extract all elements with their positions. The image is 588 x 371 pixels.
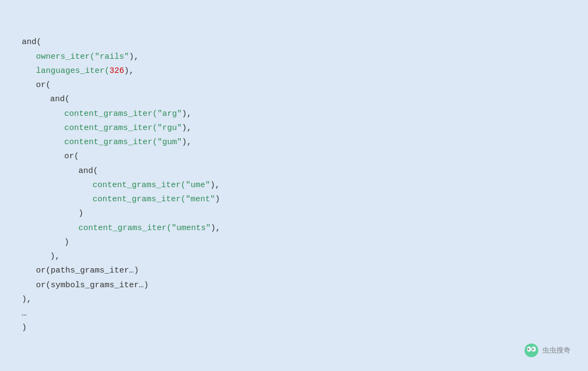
- code-line: and(: [22, 35, 566, 50]
- string-literal: "ume": [186, 181, 210, 190]
- svg-point-3: [528, 349, 529, 350]
- code-line: content_grams_iter("uments"),: [22, 221, 566, 236]
- string-literal: "rails": [95, 52, 129, 61]
- code-line: ): [22, 207, 566, 221]
- function-name: content_grams_iter(: [64, 138, 157, 147]
- code-line: content_grams_iter("arg"),: [22, 107, 566, 121]
- string-literal: "gum": [157, 138, 182, 147]
- plain-text: and(: [78, 166, 98, 176]
- plain-text: ): [78, 209, 83, 218]
- plain-text: ),: [211, 224, 220, 233]
- code-line: or(symbols_grams_iter…): [22, 279, 566, 293]
- string-literal: "rgu": [157, 123, 182, 133]
- code-line: ): [22, 321, 566, 335]
- plain-text: ),: [182, 123, 192, 133]
- code-line: content_grams_iter("gum"),: [22, 135, 566, 150]
- code-line: ),: [22, 293, 566, 307]
- watermark-text: 虫虫搜奇: [542, 345, 571, 355]
- code-line: or(: [22, 150, 566, 164]
- function-name: content_grams_iter(: [93, 181, 186, 190]
- code-line: or(: [22, 78, 566, 92]
- plain-text: and(: [22, 38, 41, 47]
- svg-point-2: [531, 347, 536, 352]
- code-line: or(paths_grams_iter…): [22, 264, 566, 278]
- number-literal: 326: [109, 66, 124, 76]
- code-line: owners_iter("rails"),: [22, 50, 566, 64]
- plain-text: ),: [22, 295, 32, 304]
- plain-text: ): [64, 238, 69, 247]
- svg-point-0: [524, 343, 538, 357]
- code-line: content_grams_iter("ume"),: [22, 178, 566, 193]
- plain-text: ): [22, 323, 27, 332]
- plain-text: or(paths_grams_iter…): [36, 266, 139, 275]
- watermark-icon: [524, 343, 539, 358]
- code-line: ): [22, 236, 566, 250]
- function-name: content_grams_iter(: [78, 224, 171, 233]
- plain-text: or(: [36, 81, 51, 90]
- code-line: and(: [22, 92, 566, 107]
- function-name: languages_iter(: [36, 66, 109, 76]
- plain-text: ),: [129, 52, 139, 61]
- plain-text: or(symbols_grams_iter…): [36, 281, 149, 290]
- code-line: …: [22, 307, 566, 321]
- svg-point-4: [532, 349, 534, 350]
- plain-text: ),: [210, 181, 220, 190]
- code-line: content_grams_iter("ment"): [22, 193, 566, 207]
- plain-text: ),: [182, 109, 192, 119]
- code-line: and(: [22, 164, 566, 178]
- plain-text: ),: [50, 252, 60, 261]
- function-name: content_grams_iter(: [93, 195, 186, 204]
- plain-text: ): [215, 195, 220, 204]
- function-name: owners_iter(: [36, 52, 95, 61]
- function-name: content_grams_iter(: [64, 123, 157, 133]
- function-name: content_grams_iter(: [64, 109, 157, 119]
- string-literal: "arg": [157, 109, 182, 119]
- code-line: ),: [22, 250, 566, 264]
- string-literal: "uments": [171, 224, 211, 233]
- main-container: and(owners_iter("rails"),languages_iter(…: [0, 0, 588, 371]
- string-literal: "ment": [186, 195, 215, 204]
- code-line: content_grams_iter("rgu"),: [22, 121, 566, 135]
- plain-text: ),: [124, 66, 134, 76]
- plain-text: and(: [50, 95, 70, 104]
- code-line: languages_iter(326),: [22, 64, 566, 78]
- plain-text: or(: [64, 152, 79, 161]
- watermark: 虫虫搜奇: [524, 343, 571, 358]
- plain-text: ),: [182, 138, 192, 147]
- plain-text: …: [22, 309, 27, 318]
- code-block: and(owners_iter("rails"),languages_iter(…: [22, 35, 566, 335]
